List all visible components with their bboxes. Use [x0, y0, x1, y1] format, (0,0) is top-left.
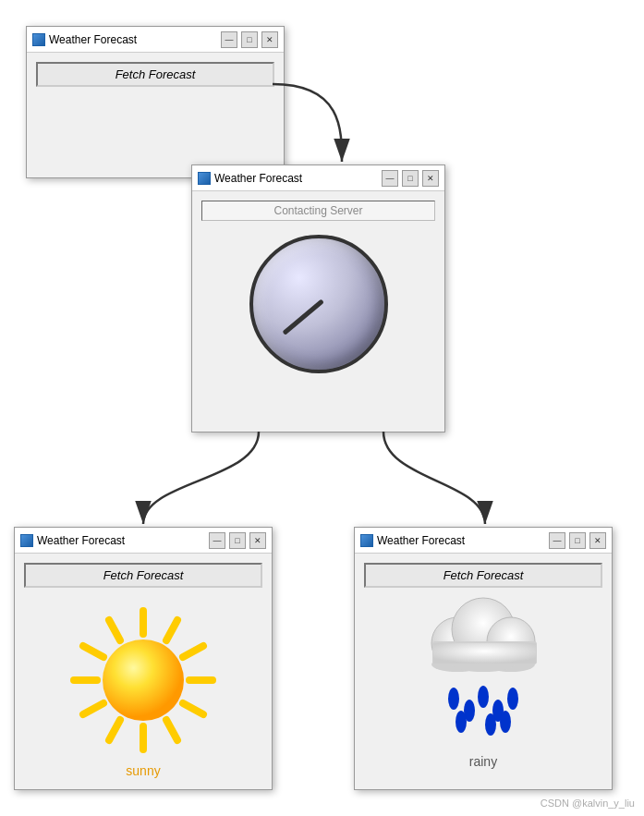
window-4: Weather Forecast — □ ✕ Fetch Forecast	[354, 527, 613, 790]
loading-spinner	[249, 235, 388, 373]
app-icon-2	[198, 172, 211, 185]
svg-line-10	[109, 720, 120, 740]
title-text-4: Weather Forecast	[377, 534, 545, 547]
window-body-2: Contacting Server	[192, 191, 444, 396]
sunny-label: sunny	[24, 763, 262, 778]
svg-point-31	[500, 711, 511, 733]
watermark: CSDN @kalvin_y_liu	[541, 798, 635, 809]
minimize-btn-4[interactable]: —	[549, 532, 565, 549]
title-bar-4: Weather Forecast — □ ✕	[355, 528, 612, 554]
maximize-btn-1[interactable]: □	[241, 31, 258, 48]
title-text-1: Weather Forecast	[49, 33, 217, 46]
fetch-forecast-btn-3[interactable]: Fetch Forecast	[24, 563, 262, 588]
app-icon-4	[360, 534, 373, 547]
svg-point-30	[485, 713, 496, 736]
maximize-btn-2[interactable]: □	[402, 170, 419, 187]
svg-line-7	[183, 703, 203, 714]
svg-line-13	[83, 646, 103, 657]
title-text-3: Weather Forecast	[37, 534, 205, 547]
window-1: Weather Forecast — □ ✕ Fetch Forecast	[26, 26, 285, 178]
close-btn-1[interactable]: ✕	[261, 31, 278, 48]
sun-graphic	[51, 592, 236, 759]
app-icon-3	[20, 534, 33, 547]
svg-line-8	[166, 720, 177, 740]
title-bar-1: Weather Forecast — □ ✕	[27, 27, 284, 53]
svg-point-28	[507, 688, 518, 710]
window-body-4: Fetch Forecast	[355, 554, 612, 778]
title-bar-3: Weather Forecast — □ ✕	[15, 528, 272, 554]
contacting-server-text: Contacting Server	[201, 201, 435, 221]
window-2: Weather Forecast — □ ✕ Contacting Server	[191, 164, 445, 432]
rainy-label: rainy	[364, 754, 602, 769]
maximize-btn-4[interactable]: □	[569, 532, 586, 549]
svg-point-15	[103, 639, 184, 721]
title-text-2: Weather Forecast	[214, 172, 378, 185]
svg-rect-23	[433, 643, 536, 664]
window-body-3: Fetch Forecast	[15, 554, 272, 787]
svg-point-29	[456, 711, 467, 733]
spinner-needle	[282, 299, 323, 335]
close-btn-2[interactable]: ✕	[422, 170, 439, 187]
minimize-btn-1[interactable]: —	[221, 31, 237, 48]
svg-point-24	[448, 688, 459, 710]
minimize-btn-2[interactable]: —	[382, 170, 398, 187]
svg-point-26	[478, 686, 489, 708]
close-btn-3[interactable]: ✕	[249, 532, 266, 549]
window-3: Weather Forecast — □ ✕ Fetch Forecast	[14, 527, 273, 790]
window-body-1: Fetch Forecast	[27, 53, 284, 96]
maximize-btn-3[interactable]: □	[229, 532, 246, 549]
rain-graphic	[391, 592, 576, 749]
close-btn-4[interactable]: ✕	[589, 532, 606, 549]
window-controls-3: — □ ✕	[209, 532, 266, 549]
title-bar-2: Weather Forecast — □ ✕	[192, 165, 444, 191]
window-controls-2: — □ ✕	[382, 170, 439, 187]
fetch-forecast-btn-4[interactable]: Fetch Forecast	[364, 563, 602, 588]
svg-line-5	[183, 646, 203, 657]
svg-line-11	[83, 703, 103, 714]
window-controls-4: — □ ✕	[549, 532, 606, 549]
window-controls-1: — □ ✕	[221, 31, 278, 48]
app-icon-1	[32, 33, 45, 46]
svg-line-14	[109, 620, 120, 640]
minimize-btn-3[interactable]: —	[209, 532, 225, 549]
svg-line-4	[166, 620, 177, 640]
fetch-forecast-btn-1[interactable]: Fetch Forecast	[36, 62, 274, 87]
